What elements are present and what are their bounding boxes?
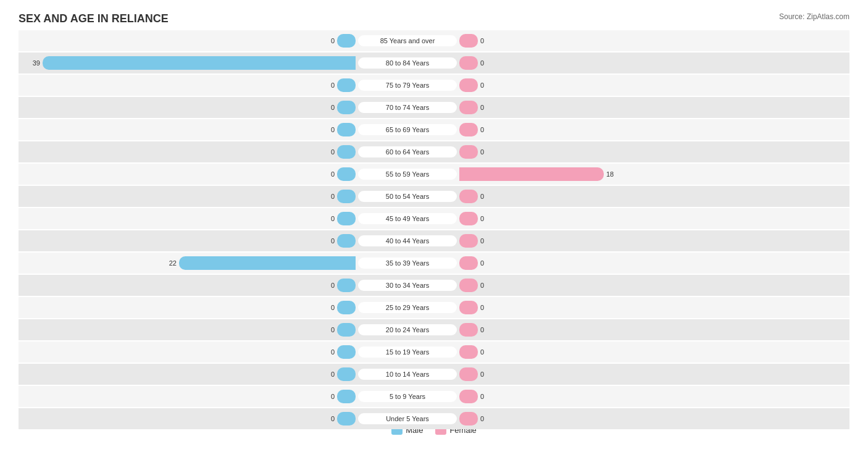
bar-row: 060 to 64 Years0 [19,141,849,162]
female-value: 0 [480,104,484,111]
female-side: 0 [457,345,796,359]
age-label: 35 to 39 Years [358,258,457,269]
female-value: 0 [480,215,484,222]
female-value: 0 [480,126,484,133]
female-value: 0 [480,148,484,156]
female-value: 0 [480,348,484,356]
male-value: 0 [331,282,335,289]
male-stub [337,345,356,359]
male-side: 0 [19,190,358,203]
male-side: 0 [19,412,358,426]
female-side: 0 [457,78,796,92]
age-label: 85 Years and over [358,35,457,46]
bar-row: 050 to 54 Years0 [19,186,849,207]
female-side: 0 [457,367,796,381]
female-side: 0 [457,34,796,48]
male-stub [337,234,356,248]
bar-row: 020 to 24 Years0 [19,319,849,340]
male-value: 0 [331,371,335,378]
male-value: 0 [331,148,335,156]
age-label: 25 to 29 Years [358,302,457,313]
age-label: 15 to 19 Years [358,346,457,358]
male-stub [337,279,356,292]
male-stub [337,301,356,314]
male-side: 0 [19,279,358,292]
male-value: 0 [331,193,335,200]
male-side: 39 [19,56,358,70]
male-side: 0 [19,123,358,136]
female-stub [459,212,478,225]
female-side: 0 [457,390,796,403]
male-value: 0 [331,393,335,400]
female-value: 0 [480,37,484,44]
male-side: 0 [19,234,358,248]
male-side: 0 [19,323,358,337]
female-value: 0 [480,304,484,311]
male-stub [337,212,356,225]
bar-row: 040 to 44 Years0 [19,230,849,251]
age-label: 65 to 69 Years [358,124,457,135]
age-label: 45 to 49 Years [358,213,457,224]
age-label: 40 to 44 Years [358,235,457,246]
female-stub [459,101,478,114]
female-side: 18 [457,167,796,181]
male-bar [43,56,356,70]
female-side: 0 [457,412,796,426]
female-stub [459,123,478,136]
female-stub [459,279,478,292]
female-bar [459,167,604,181]
female-side: 0 [457,145,796,159]
male-side: 0 [19,78,358,92]
male-value: 0 [331,326,335,333]
female-side: 0 [457,56,796,70]
male-stub [337,412,356,426]
female-side: 0 [457,212,796,225]
female-stub [459,367,478,381]
female-side: 0 [457,323,796,337]
male-value: 22 [169,259,177,267]
female-stub [459,56,478,70]
bar-row: 2235 to 39 Years0 [19,253,849,274]
male-value: 0 [331,237,335,245]
male-value: 0 [331,82,335,89]
male-stub [337,123,356,136]
male-stub [337,367,356,381]
male-value: 0 [331,104,335,111]
bar-row: 055 to 59 Years18 [19,164,849,185]
source-label: Source: ZipAtlas.com [779,12,849,21]
female-stub [459,145,478,159]
age-label: 55 to 59 Years [358,169,457,180]
age-label: 30 to 34 Years [358,280,457,291]
female-stub [459,412,478,426]
male-value: 0 [331,348,335,356]
female-stub [459,34,478,48]
male-stub [337,34,356,48]
female-value: 0 [480,393,484,400]
female-side: 0 [457,256,796,270]
bar-row: 030 to 34 Years0 [19,275,849,296]
bar-row: 070 to 74 Years0 [19,97,849,118]
male-stub [337,390,356,403]
female-value: 0 [480,415,484,422]
male-stub [337,101,356,114]
female-stub [459,190,478,203]
male-stub [337,323,356,337]
female-value: 0 [480,59,484,67]
female-value: 0 [480,82,484,89]
bar-row: 075 to 79 Years0 [19,75,849,96]
male-value: 0 [331,37,335,44]
age-label: 5 to 9 Years [358,391,457,402]
age-label: Under 5 Years [358,413,457,424]
female-value: 0 [480,193,484,200]
female-side: 0 [457,101,796,114]
female-side: 0 [457,279,796,292]
female-stub [459,234,478,248]
bar-row: 0Under 5 Years0 [19,408,849,429]
age-label: 70 to 74 Years [358,102,457,113]
male-stub [337,190,356,203]
bar-row: 015 to 19 Years0 [19,342,849,363]
male-side: 0 [19,367,358,381]
male-value: 0 [331,170,335,178]
male-value: 39 [33,59,40,67]
age-label: 10 to 14 Years [358,369,457,380]
